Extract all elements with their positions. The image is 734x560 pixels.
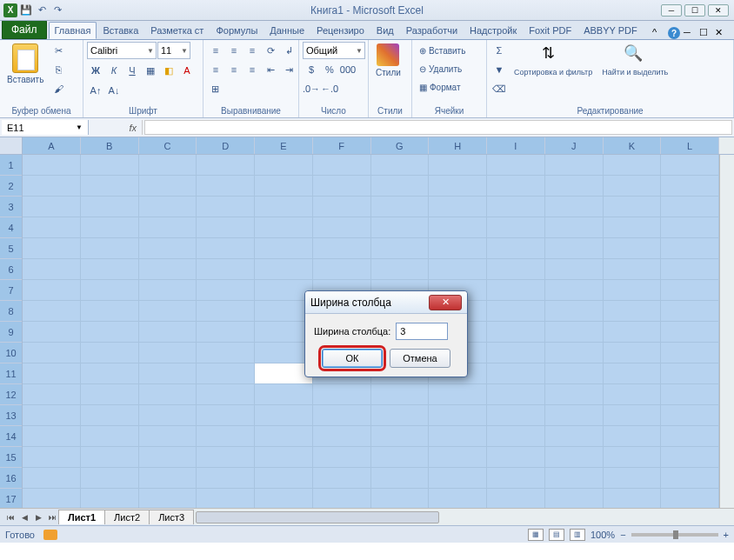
name-box[interactable]: E11▼ <box>2 120 89 135</box>
cell[interactable] <box>371 155 430 176</box>
cell[interactable] <box>313 197 371 217</box>
cell[interactable] <box>23 280 81 301</box>
cell[interactable] <box>255 176 313 197</box>
cell[interactable] <box>313 384 371 405</box>
fx-button[interactable]: fx <box>90 120 143 135</box>
undo-icon[interactable]: ↶ <box>35 3 49 17</box>
find-select-button[interactable]: 🔍 Найти и выделить <box>598 42 671 78</box>
cell[interactable] <box>661 155 719 176</box>
fill-icon[interactable]: ▼ <box>490 61 508 78</box>
cell[interactable] <box>139 280 197 301</box>
cell[interactable] <box>429 405 487 426</box>
cell[interactable] <box>545 155 604 176</box>
cell[interactable] <box>661 489 719 508</box>
wrap-text-icon[interactable]: ↲ <box>280 42 297 59</box>
cell[interactable] <box>313 155 371 176</box>
cell[interactable] <box>197 363 255 384</box>
cell[interactable] <box>81 238 139 259</box>
cell[interactable] <box>81 426 139 447</box>
cell[interactable] <box>545 217 604 238</box>
cell[interactable] <box>545 176 604 197</box>
close-button[interactable]: ✕ <box>708 4 729 17</box>
cell[interactable] <box>81 468 139 489</box>
cell[interactable] <box>81 322 139 343</box>
sheet-nav-last-icon[interactable]: ⏭ <box>45 510 59 524</box>
cell[interactable] <box>255 197 313 217</box>
column-header-G[interactable]: G <box>371 137 430 154</box>
cell[interactable] <box>604 468 662 489</box>
cell[interactable] <box>429 489 487 508</box>
save-icon[interactable]: 💾 <box>19 3 33 17</box>
cell[interactable] <box>81 405 139 426</box>
cell[interactable] <box>661 384 719 405</box>
doc-min-icon[interactable]: ─ <box>684 27 696 39</box>
page-layout-view-icon[interactable]: ▤ <box>549 529 564 541</box>
cell[interactable] <box>604 155 662 176</box>
cell[interactable] <box>487 217 545 238</box>
cell[interactable] <box>661 176 719 197</box>
cell[interactable] <box>487 447 545 468</box>
cell[interactable] <box>487 259 545 280</box>
cell[interactable] <box>81 217 139 238</box>
vertical-scrollbar[interactable] <box>719 155 734 508</box>
cell[interactable] <box>197 322 255 343</box>
doc-max-icon[interactable]: ☐ <box>699 27 711 39</box>
cell[interactable] <box>429 197 487 217</box>
row-header-15[interactable]: 15 <box>0 447 22 468</box>
maximize-button[interactable]: ☐ <box>684 4 705 17</box>
cell[interactable] <box>371 238 430 259</box>
cell[interactable] <box>545 384 604 405</box>
cell[interactable] <box>604 280 662 301</box>
help-icon[interactable]: ? <box>668 27 680 39</box>
cell[interactable] <box>23 322 81 343</box>
sheet-tab-Лист2[interactable]: Лист2 <box>104 510 150 524</box>
formula-input[interactable] <box>144 120 732 135</box>
cell[interactable] <box>255 238 313 259</box>
cell[interactable] <box>487 468 545 489</box>
cell[interactable] <box>313 405 371 426</box>
cell[interactable] <box>197 405 255 426</box>
cell[interactable] <box>139 301 197 322</box>
column-header-K[interactable]: K <box>604 137 662 154</box>
cell[interactable] <box>429 259 487 280</box>
cell[interactable] <box>23 468 81 489</box>
font-size-combo[interactable]: 11▼ <box>157 42 190 59</box>
cell[interactable] <box>429 238 487 259</box>
cell[interactable] <box>604 197 662 217</box>
cell[interactable] <box>487 301 545 322</box>
cell[interactable] <box>139 363 197 384</box>
cell[interactable] <box>487 405 545 426</box>
copy-icon[interactable]: ⎘ <box>50 61 67 78</box>
percent-icon[interactable]: % <box>321 61 338 78</box>
column-header-L[interactable]: L <box>661 137 719 154</box>
cell[interactable] <box>661 238 719 259</box>
tab-вид[interactable]: Вид <box>370 22 400 39</box>
cell[interactable] <box>545 468 604 489</box>
cell[interactable] <box>23 405 81 426</box>
cell[interactable] <box>371 447 430 468</box>
cell[interactable] <box>197 301 255 322</box>
sheet-nav-next-icon[interactable]: ▶ <box>31 510 45 524</box>
column-header-C[interactable]: C <box>139 137 197 154</box>
cell[interactable] <box>81 259 139 280</box>
cell[interactable] <box>604 176 662 197</box>
cell[interactable] <box>139 447 197 468</box>
cell[interactable] <box>545 322 604 343</box>
row-header-16[interactable]: 16 <box>0 468 22 489</box>
row-header-5[interactable]: 5 <box>0 238 22 259</box>
cell[interactable] <box>255 405 313 426</box>
cell[interactable] <box>661 447 719 468</box>
cell[interactable] <box>661 322 719 343</box>
cell[interactable] <box>313 426 371 447</box>
dialog-close-button[interactable]: ✕ <box>429 295 462 310</box>
cell[interactable] <box>604 301 662 322</box>
cell[interactable] <box>604 447 662 468</box>
cell[interactable] <box>429 176 487 197</box>
cell[interactable] <box>197 238 255 259</box>
bold-button[interactable]: Ж <box>87 62 104 79</box>
cancel-button[interactable]: Отмена <box>390 349 450 368</box>
zoom-slider[interactable] <box>631 533 718 537</box>
cell[interactable] <box>81 301 139 322</box>
column-header-I[interactable]: I <box>487 137 545 154</box>
cell[interactable] <box>139 217 197 238</box>
